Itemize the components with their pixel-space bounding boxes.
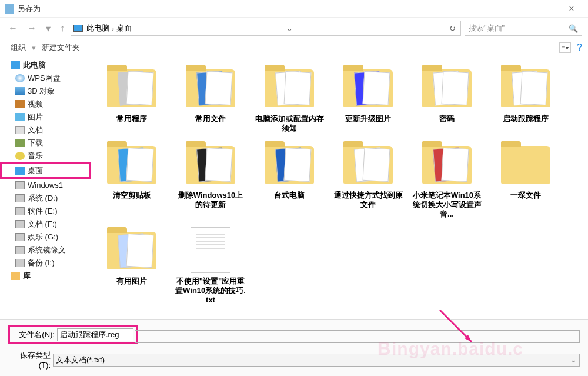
- filetype-label: 保存类型(T):: [8, 350, 51, 370]
- filename-input[interactable]: [57, 328, 133, 341]
- sidebar-item[interactable]: 文档: [0, 124, 91, 137]
- sidebar-item-label: 备份 (I:): [28, 258, 55, 268]
- file-item[interactable]: 不使用"设置"应用重置Win10系统的技巧.txt: [173, 224, 248, 307]
- help-icon[interactable]: ?: [577, 42, 582, 53]
- address-dropdown-icon[interactable]: ⌄: [284, 24, 295, 33]
- ic-dl-icon: [15, 139, 25, 147]
- file-item[interactable]: 清空剪贴板: [95, 138, 169, 221]
- nav-forward-button[interactable]: →: [25, 22, 39, 35]
- file-item[interactable]: 常用文件: [173, 61, 248, 135]
- file-label: 更新升级图片: [345, 114, 391, 124]
- sidebar-item[interactable]: 系统镜像文: [0, 244, 91, 257]
- ic-img-icon: [15, 113, 25, 121]
- file-item[interactable]: 小米笔记本Win10系统切换大小写设置声音...: [410, 138, 484, 221]
- file-item[interactable]: 更新升级图片: [331, 61, 405, 135]
- sidebar-item[interactable]: 视频: [0, 98, 91, 111]
- title-bar: 另存为 ×: [0, 0, 588, 18]
- ic-video-icon: [15, 100, 25, 108]
- file-item[interactable]: 常用程序: [95, 61, 169, 135]
- close-button[interactable]: ×: [560, 4, 583, 14]
- file-label: 密码: [439, 114, 455, 124]
- file-item[interactable]: 台式电脑: [252, 138, 326, 221]
- ic-lib-icon: [11, 272, 20, 280]
- search-placeholder: 搜索"桌面": [469, 23, 505, 34]
- sidebar-item-label: 库: [23, 271, 31, 281]
- nav-history-button[interactable]: ▾: [44, 22, 53, 35]
- address-refresh-icon[interactable]: ↻: [447, 24, 458, 33]
- organize-button[interactable]: 组织: [6, 41, 31, 54]
- sidebar-item-label: 软件 (E:): [28, 206, 58, 217]
- folder-icon: [417, 140, 476, 188]
- ic-pc-icon: [11, 61, 20, 69]
- address-bar[interactable]: 此电脑 › 桌面 ⌄ ↻: [71, 21, 461, 36]
- folder-icon: [339, 64, 397, 112]
- app-icon: [5, 4, 14, 14]
- file-item[interactable]: 密码: [410, 61, 484, 135]
- sidebar-item-label: 3D 对象: [28, 86, 55, 97]
- sidebar-item[interactable]: 备份 (I:): [0, 257, 91, 269]
- folder-icon: [496, 140, 555, 188]
- view-mode-button[interactable]: ≡▾: [559, 42, 571, 53]
- file-item[interactable]: 启动跟踪程序: [489, 61, 563, 135]
- sidebar-item[interactable]: 系统 (D:): [0, 192, 91, 205]
- toolbar: 组织 ▾ 新建文件夹 ≡▾ ?: [0, 39, 588, 56]
- search-icon: 🔍: [569, 24, 578, 33]
- folder-icon: [339, 140, 397, 188]
- breadcrumb-current[interactable]: 桌面: [116, 23, 132, 34]
- sidebar-item[interactable]: Windows1: [0, 179, 91, 192]
- ic-3d-icon: [15, 87, 25, 95]
- file-label: 台式电脑: [274, 191, 305, 200]
- folder-icon: [260, 64, 319, 112]
- nav-back-button[interactable]: ←: [6, 22, 20, 35]
- file-item[interactable]: 删除Windows10上的待更新: [173, 138, 248, 221]
- filename-label: 文件名(N):: [12, 330, 55, 340]
- sidebar-item-label: 娱乐 (G:): [28, 232, 58, 242]
- sidebar-item[interactable]: 文档 (F:): [0, 218, 91, 231]
- sidebar-item[interactable]: 下载: [0, 137, 91, 149]
- folder-icon: [102, 64, 161, 112]
- sidebar: 此电脑WPS网盘3D 对象视频图片文档下载音乐桌面Windows1系统 (D:)…: [0, 56, 91, 319]
- sidebar-item[interactable]: 图片: [0, 111, 91, 124]
- sidebar-item[interactable]: 音乐: [0, 149, 91, 162]
- sidebar-item-label: 系统 (D:): [28, 193, 58, 204]
- main-area: 此电脑WPS网盘3D 对象视频图片文档下载音乐桌面Windows1系统 (D:)…: [0, 56, 588, 319]
- breadcrumb-root[interactable]: 此电脑: [86, 23, 109, 34]
- sidebar-item-label: 图片: [28, 112, 43, 122]
- sidebar-item[interactable]: 库: [0, 269, 91, 282]
- ic-doc-icon: [15, 126, 25, 134]
- sidebar-item-label: 文档 (F:): [28, 219, 57, 229]
- file-item[interactable]: 电脑添加或配置内存须知: [252, 61, 326, 135]
- file-item[interactable]: 通过快捷方式找到原文件: [331, 138, 405, 221]
- sidebar-item[interactable]: 此电脑: [0, 59, 91, 72]
- sidebar-item-label: 文档: [28, 125, 43, 135]
- file-label: 不使用"设置"应用重置Win10系统的技巧.txt: [175, 277, 246, 305]
- ic-drive-icon: [15, 246, 25, 254]
- sidebar-item[interactable]: WPS网盘: [0, 72, 91, 85]
- folder-icon: [181, 64, 240, 112]
- filename-input-extension[interactable]: [135, 330, 580, 343]
- ic-cloud-icon: [15, 74, 25, 82]
- sidebar-item-label: 音乐: [28, 151, 43, 161]
- ic-drive-icon: [15, 181, 25, 189]
- window-title: 另存为: [18, 4, 560, 14]
- text-file-icon: [181, 226, 240, 274]
- breadcrumb-separator-icon: ›: [112, 24, 114, 33]
- search-input[interactable]: 搜索"桌面" 🔍: [465, 21, 582, 36]
- folder-icon: [181, 140, 240, 188]
- sidebar-item[interactable]: 桌面: [0, 162, 91, 179]
- sidebar-item[interactable]: 软件 (E:): [0, 205, 91, 218]
- folder-icon: [102, 226, 161, 274]
- sidebar-item[interactable]: 娱乐 (G:): [0, 231, 91, 244]
- ic-drive-icon: [15, 233, 25, 241]
- file-item[interactable]: 有用图片: [95, 224, 169, 307]
- file-label: 一琛文件: [510, 191, 541, 200]
- file-item[interactable]: 一琛文件: [489, 138, 563, 221]
- sidebar-item[interactable]: 3D 对象: [0, 85, 91, 98]
- file-label: 有用图片: [116, 277, 147, 286]
- new-folder-button[interactable]: 新建文件夹: [37, 41, 85, 54]
- file-label: 小米笔记本Win10系统切换大小写设置声音...: [411, 191, 483, 219]
- sidebar-item-label: WPS网盘: [28, 73, 61, 84]
- filetype-select[interactable]: 文本文档(*.txt) ⌄: [53, 354, 580, 367]
- ic-music-icon: [15, 152, 25, 160]
- nav-up-button[interactable]: ↑: [58, 22, 67, 35]
